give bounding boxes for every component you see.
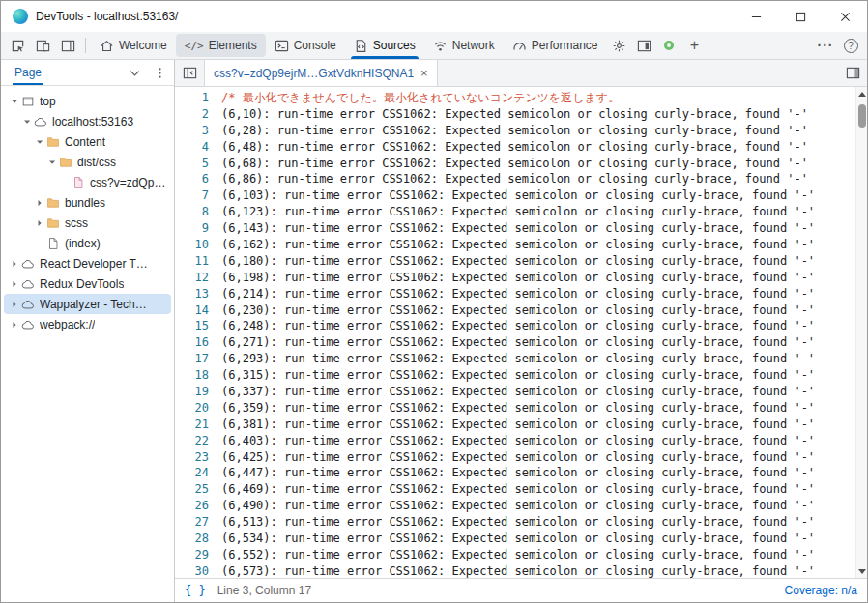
device-toolbar-icon bbox=[36, 39, 50, 53]
line-number[interactable]: 9 bbox=[175, 220, 221, 237]
chevron-down-icon[interactable] bbox=[33, 134, 45, 150]
line-number[interactable]: 28 bbox=[175, 531, 221, 547]
line-number[interactable]: 17 bbox=[175, 351, 221, 367]
chevron-down-icon[interactable] bbox=[8, 94, 20, 109]
chevron-down-icon[interactable] bbox=[20, 114, 33, 129]
line-number[interactable]: 6 bbox=[175, 171, 221, 187]
code-error-text: (6,10): run-time error CSS1062: Expected… bbox=[221, 106, 808, 123]
scroll-down-icon[interactable] bbox=[856, 564, 867, 578]
tree-item[interactable]: css?v=zdQp9… bbox=[4, 172, 171, 192]
line-number[interactable]: 23 bbox=[175, 449, 221, 466]
pretty-print-button[interactable]: { } bbox=[185, 584, 206, 597]
code-line: 2(6,10): run-time error CSS1062: Expecte… bbox=[175, 106, 867, 123]
line-number[interactable]: 18 bbox=[175, 367, 221, 384]
chevron-right-icon[interactable] bbox=[8, 297, 20, 312]
scrollbar-thumb[interactable] bbox=[858, 104, 866, 128]
tab-performance[interactable]: Performance bbox=[504, 32, 607, 59]
tree-item[interactable]: top bbox=[4, 91, 171, 111]
tree-item[interactable]: dist/css bbox=[4, 152, 171, 172]
cloud-icon bbox=[20, 297, 36, 312]
scroll-up-icon[interactable] bbox=[856, 87, 867, 100]
line-number[interactable]: 12 bbox=[175, 270, 221, 286]
chevron-right-icon[interactable] bbox=[8, 317, 20, 332]
tree-item[interactable]: Redux DevTools bbox=[4, 273, 171, 294]
code-editor[interactable]: 1/* 最小化できませんでした。最小化されていないコンテンツを返します。2(6,… bbox=[175, 87, 867, 578]
minimize-button[interactable] bbox=[734, 1, 778, 32]
line-number[interactable]: 7 bbox=[175, 187, 221, 204]
line-number[interactable]: 11 bbox=[175, 253, 221, 270]
code-error-text: (6,230): run-time error CSS1062: Expecte… bbox=[221, 302, 815, 319]
code-error-text: (6,381): run-time error CSS1062: Expecte… bbox=[221, 416, 815, 433]
close-button[interactable] bbox=[823, 1, 867, 32]
inspect-button[interactable] bbox=[5, 33, 30, 58]
line-number[interactable]: 21 bbox=[175, 416, 221, 433]
line-number[interactable]: 25 bbox=[175, 481, 221, 498]
dock-side-button[interactable] bbox=[631, 33, 656, 58]
line-number[interactable]: 30 bbox=[175, 563, 221, 578]
tree-item[interactable]: localhost:53163 bbox=[4, 111, 171, 131]
chevron-right-icon[interactable] bbox=[33, 195, 45, 211]
code-line: 10(6,162): run-time error CSS1062: Expec… bbox=[175, 237, 867, 253]
home-icon bbox=[100, 39, 114, 53]
code-error-text: (6,425): run-time error CSS1062: Expecte… bbox=[221, 449, 815, 466]
tree-item[interactable]: bundles bbox=[4, 192, 171, 213]
panel-layout-button[interactable] bbox=[55, 33, 80, 58]
chevron-right-icon[interactable] bbox=[8, 256, 20, 272]
coverage-link[interactable]: Coverage: n/a bbox=[785, 584, 857, 597]
line-number[interactable]: 1 bbox=[175, 90, 221, 106]
line-number[interactable]: 15 bbox=[175, 318, 221, 334]
code-error-text: (6,293): run-time error CSS1062: Expecte… bbox=[221, 351, 815, 367]
toggle-debugger-sidebar-button[interactable] bbox=[840, 61, 865, 86]
code-error-text: (6,534): run-time error CSS1062: Expecte… bbox=[221, 531, 815, 547]
line-number[interactable]: 24 bbox=[175, 465, 221, 481]
line-number[interactable]: 26 bbox=[175, 498, 221, 514]
navigator-menu-button[interactable] bbox=[151, 64, 168, 81]
chevron-down-icon bbox=[128, 66, 142, 80]
tab-welcome[interactable]: Welcome bbox=[91, 32, 176, 59]
chevron-right-icon[interactable] bbox=[33, 215, 45, 231]
frame-icon bbox=[20, 94, 36, 109]
chevron-right-icon[interactable] bbox=[8, 276, 20, 292]
line-number[interactable]: 20 bbox=[175, 400, 221, 416]
more-tabs-button[interactable] bbox=[126, 64, 143, 81]
tree-item[interactable]: Content bbox=[4, 131, 171, 152]
file-tab[interactable]: css?v=zdQp9ejrM…GxtVdknHISQNA1 × bbox=[204, 60, 438, 86]
help-button[interactable]: ? bbox=[838, 33, 863, 58]
tree-item[interactable]: React Developer T… bbox=[4, 253, 171, 273]
tree-item[interactable]: (index) bbox=[4, 233, 171, 253]
line-number[interactable]: 3 bbox=[175, 123, 221, 139]
tab-console[interactable]: Console bbox=[266, 32, 345, 59]
line-number[interactable]: 14 bbox=[175, 302, 221, 319]
tree-item[interactable]: scss bbox=[4, 213, 171, 233]
maximize-button[interactable] bbox=[778, 1, 823, 32]
line-number[interactable]: 19 bbox=[175, 384, 221, 400]
chevron-down-icon[interactable] bbox=[45, 155, 58, 170]
more-options-button[interactable]: ··· bbox=[813, 33, 838, 58]
line-number[interactable]: 10 bbox=[175, 237, 221, 253]
tab-close-icon[interactable]: × bbox=[420, 67, 428, 79]
editor-scrollbar[interactable] bbox=[855, 87, 867, 578]
folder-icon bbox=[45, 195, 61, 211]
line-number[interactable]: 13 bbox=[175, 286, 221, 302]
line-number[interactable]: 4 bbox=[175, 139, 221, 156]
tree-item[interactable]: webpack:// bbox=[4, 314, 171, 334]
line-number[interactable]: 29 bbox=[175, 547, 221, 563]
tree-item[interactable]: Wappalyzer - Tech… bbox=[4, 294, 171, 314]
toggle-navigator-button[interactable] bbox=[177, 61, 202, 86]
line-number[interactable]: 8 bbox=[175, 204, 221, 220]
tab-page[interactable]: Page bbox=[13, 60, 43, 85]
device-toolbar-button[interactable] bbox=[30, 33, 55, 58]
settings-button[interactable] bbox=[606, 33, 631, 58]
line-number[interactable]: 2 bbox=[175, 106, 221, 123]
folder-icon bbox=[45, 215, 61, 231]
line-number[interactable]: 16 bbox=[175, 334, 221, 351]
activity-indicator[interactable] bbox=[656, 33, 681, 58]
add-tab-button[interactable]: + bbox=[681, 33, 707, 58]
line-number[interactable]: 22 bbox=[175, 433, 221, 449]
tab-elements[interactable]: </> Elements bbox=[176, 34, 266, 57]
line-number[interactable]: 27 bbox=[175, 514, 221, 531]
tabbar-spacer bbox=[438, 60, 838, 86]
tab-network[interactable]: Network bbox=[424, 32, 504, 59]
tab-sources[interactable]: Sources bbox=[345, 32, 424, 59]
line-number[interactable]: 5 bbox=[175, 156, 221, 172]
